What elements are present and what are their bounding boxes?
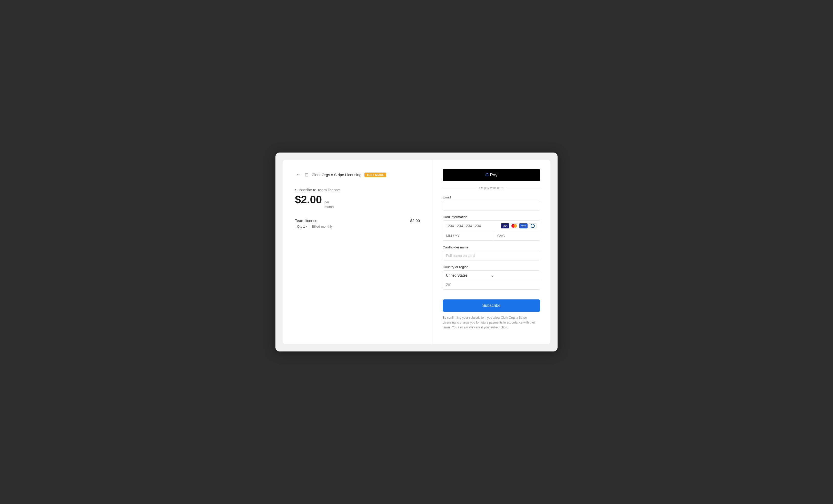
price-period: per month <box>325 200 334 209</box>
or-divider: Or pay with card <box>443 186 540 190</box>
card-icons: VISA AMEX <box>501 223 537 229</box>
qty-selector[interactable]: Qty 1 ▾ <box>295 224 309 229</box>
country-box: United States ⌵ <box>443 270 540 290</box>
qty-label: Qty 1 <box>297 224 305 229</box>
fine-print: By confirming your subscription, you all… <box>443 315 540 330</box>
email-input[interactable] <box>443 201 540 211</box>
back-icon: ← <box>296 172 301 177</box>
card-info-box: VISA AMEX <box>443 220 540 241</box>
price-row: $2.00 per month <box>295 194 420 209</box>
item-price: $2.00 <box>410 218 420 223</box>
card-info-group: Card information VISA AMEX <box>443 215 540 241</box>
or-text: Or pay with card <box>479 186 504 190</box>
mastercard-icon <box>510 223 518 229</box>
price-amount: $2.00 <box>295 194 322 206</box>
item-row: Team license Qty 1 ▾ Billed monthly $2.0… <box>295 218 420 229</box>
cardholder-input[interactable] <box>443 251 540 261</box>
country-group: Country or region United States ⌵ <box>443 265 540 290</box>
cardholder-label: Cardholder name <box>443 245 540 249</box>
email-group: Email <box>443 195 540 211</box>
country-label: Country or region <box>443 265 540 269</box>
item-name: Team license <box>295 218 333 223</box>
cvc-row: ▬▬ i <box>494 231 540 240</box>
modal: ← ⊟ Clerk Orgs x Stripe Licensing TEST M… <box>283 160 550 344</box>
card-expiry-cvc-row: ▬▬ i <box>443 231 540 240</box>
qty-chevron-icon: ▾ <box>306 225 307 228</box>
email-label: Email <box>443 195 540 199</box>
card-info-label: Card information <box>443 215 540 219</box>
test-mode-badge: TEST MODE <box>364 172 386 177</box>
cvc-input[interactable] <box>497 234 540 238</box>
subscribe-label: Subscribe to Team license <box>295 188 420 192</box>
gpay-label: Pay <box>490 172 497 178</box>
zip-input[interactable] <box>443 280 540 289</box>
amex-icon: AMEX <box>519 223 527 229</box>
chevron-down-icon: ⌵ <box>492 273 537 278</box>
header-row: ← ⊟ Clerk Orgs x Stripe Licensing TEST M… <box>295 171 420 178</box>
back-button[interactable]: ← <box>295 171 302 178</box>
or-line-left <box>443 188 476 188</box>
diners-icon <box>529 223 537 229</box>
google-g-icon: G <box>485 172 488 178</box>
card-number-row: VISA AMEX <box>443 221 540 231</box>
country-value: United States <box>446 273 492 278</box>
subscribe-button[interactable]: Subscribe <box>443 299 540 312</box>
item-meta: Qty 1 ▾ Billed monthly <box>295 224 333 229</box>
cardholder-group: Cardholder name <box>443 245 540 261</box>
gpay-button[interactable]: G Pay <box>443 169 540 181</box>
app-title: Clerk Orgs x Stripe Licensing <box>312 172 361 177</box>
left-panel: ← ⊟ Clerk Orgs x Stripe Licensing TEST M… <box>283 160 432 344</box>
expiry-input[interactable] <box>443 231 494 240</box>
visa-icon: VISA <box>501 223 509 229</box>
window-icon: ⊟ <box>305 172 309 178</box>
card-number-input[interactable] <box>446 224 499 228</box>
country-select[interactable]: United States ⌵ <box>443 271 540 280</box>
billed-label: Billed monthly <box>312 224 333 229</box>
right-panel: G Pay Or pay with card Email Card inform… <box>432 160 550 344</box>
or-line-right <box>506 188 540 188</box>
screen: ← ⊟ Clerk Orgs x Stripe Licensing TEST M… <box>276 152 557 352</box>
